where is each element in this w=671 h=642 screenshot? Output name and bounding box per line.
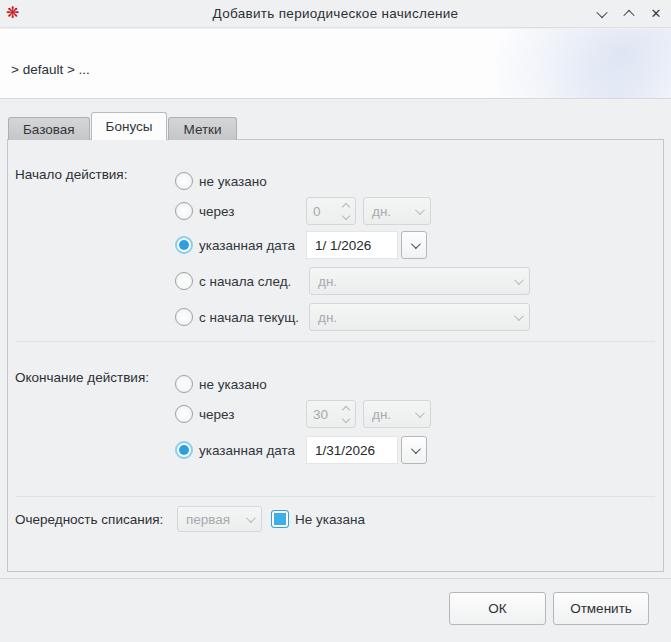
spinner-arrows-icon[interactable] — [343, 204, 349, 219]
footer-divider — [0, 578, 671, 579]
combo-value: первая — [186, 512, 230, 527]
radio-label: указанная дата — [199, 238, 295, 253]
start-from-next-combo[interactable]: дн. — [309, 267, 530, 295]
cancel-button[interactable]: Отменить — [553, 592, 649, 625]
radio-unchecked-icon[interactable] — [175, 172, 193, 190]
window-title: Добавить периодическое начисление — [0, 6, 671, 21]
radio-label: не указано — [199, 377, 267, 392]
radio-checked-icon[interactable] — [175, 441, 193, 459]
chevron-down-icon — [415, 205, 425, 215]
start-option-not-specified[interactable]: не указано — [175, 171, 267, 191]
section-divider — [16, 496, 655, 497]
start-date-dropdown-button[interactable] — [401, 231, 427, 259]
start-date-input[interactable]: 1/ 1/2026 — [306, 231, 398, 259]
app-icon: ❋ — [6, 3, 19, 23]
combo-value: дн. — [318, 310, 337, 325]
end-after-amount-spinner[interactable]: 30 — [306, 400, 356, 428]
radio-unchecked-icon[interactable] — [175, 202, 193, 220]
radio-label: с начала след. — [199, 274, 291, 289]
radio-label: через — [199, 407, 234, 422]
end-option-after[interactable]: через — [175, 400, 234, 428]
spinner-arrows-icon[interactable] — [343, 407, 349, 422]
tab-bonusy[interactable]: Бонусы — [91, 112, 168, 140]
end-date-group: 1/31/2026 — [306, 436, 427, 464]
combo-value: дн. — [372, 204, 391, 219]
shade-icon[interactable] — [595, 7, 609, 21]
ok-button[interactable]: ОК — [449, 592, 546, 625]
maximize-icon[interactable] — [622, 7, 636, 21]
radio-label: указанная дата — [199, 443, 295, 458]
chevron-down-icon — [410, 444, 420, 454]
chevron-down-icon — [514, 275, 524, 285]
combo-value: дн. — [318, 274, 337, 289]
start-section-label: Начало действия: — [15, 167, 127, 182]
start-after-unit-combo[interactable]: дн. — [363, 197, 431, 225]
chevron-down-icon — [415, 408, 425, 418]
end-option-specified-date[interactable]: указанная дата — [175, 436, 295, 464]
close-icon[interactable]: ✕ — [649, 7, 663, 21]
radio-unchecked-icon[interactable] — [175, 375, 193, 393]
spinner-value: 0 — [313, 204, 321, 219]
start-from-current-combo[interactable]: дн. — [309, 303, 530, 331]
header: > default > ... — [0, 29, 671, 99]
start-option-after[interactable]: через — [175, 197, 234, 225]
window-controls: ✕ — [595, 0, 663, 28]
start-option-from-current[interactable]: с начала текущ. — [175, 303, 299, 331]
end-option-not-specified[interactable]: не указано — [175, 374, 267, 394]
end-after-unit-combo[interactable]: дн. — [363, 400, 431, 428]
radio-label: с начала текущ. — [199, 310, 299, 325]
radio-label: не указано — [199, 174, 267, 189]
radio-checked-icon[interactable] — [175, 236, 193, 254]
start-after-amount-spinner[interactable]: 0 — [306, 197, 356, 225]
chevron-down-icon — [514, 311, 524, 321]
priority-not-specified-option[interactable]: Не указана — [271, 506, 365, 532]
radio-unchecked-icon[interactable] — [175, 272, 193, 290]
radio-label: через — [199, 204, 234, 219]
spinner-value: 30 — [313, 407, 328, 422]
priority-label: Очередность списания: — [15, 512, 163, 527]
end-date-dropdown-button[interactable] — [401, 436, 427, 464]
end-section-label: Окончание действия: — [15, 370, 149, 385]
radio-unchecked-icon[interactable] — [175, 308, 193, 326]
section-divider — [16, 341, 655, 342]
checkbox-checked-icon[interactable] — [271, 510, 289, 528]
bonuses-tab-panel: Начало действия: не указано через 0 дн. … — [7, 139, 664, 572]
checkbox-label: Не указана — [295, 512, 365, 527]
chevron-down-icon — [410, 239, 420, 249]
combo-value: дн. — [372, 407, 391, 422]
start-option-from-next[interactable]: с начала след. — [175, 267, 291, 295]
titlebar: ❋ Добавить периодическое начисление ✕ — [0, 0, 671, 28]
tab-bar: Базовая Бонусы Метки — [8, 112, 238, 140]
tab-bazovaya[interactable]: Базовая — [8, 117, 90, 140]
start-date-group: 1/ 1/2026 — [306, 231, 427, 259]
breadcrumb: > default > ... — [11, 62, 90, 77]
end-date-input[interactable]: 1/31/2026 — [306, 436, 398, 464]
priority-combo[interactable]: первая — [177, 506, 262, 532]
chevron-down-icon — [246, 513, 256, 523]
radio-unchecked-icon[interactable] — [175, 405, 193, 423]
tab-metki[interactable]: Метки — [168, 117, 236, 140]
start-option-specified-date[interactable]: указанная дата — [175, 231, 295, 259]
